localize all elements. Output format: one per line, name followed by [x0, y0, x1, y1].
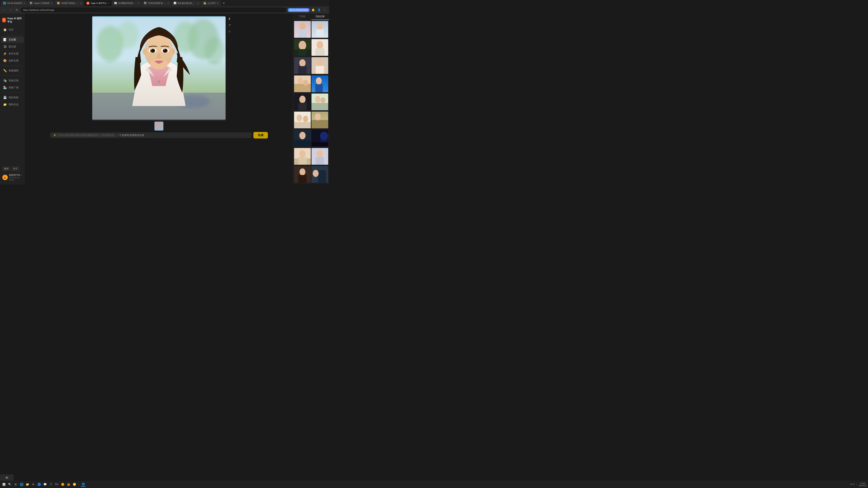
my-style-icon: 💾: [3, 96, 7, 99]
sidebar-label-my-style: 我的风格: [8, 96, 19, 99]
menu-button[interactable]: ⋮: [322, 7, 327, 12]
tab-history[interactable]: 历史记录: [311, 13, 329, 20]
prompt-input[interactable]: 一个奋穿职业西装的女孩: [117, 133, 249, 137]
gallery-item-3[interactable]: [294, 39, 311, 56]
gallery-item-8[interactable]: [311, 75, 328, 92]
notifications-button[interactable]: 🔔: [311, 7, 315, 12]
gallery-image-4: [311, 39, 328, 56]
sidebar-label-img2img: 图生图: [8, 45, 16, 48]
tab-close-zhishi[interactable]: ×: [138, 2, 139, 4]
gallery-item-2[interactable]: [311, 21, 328, 38]
sidebar-item-smart-edit[interactable]: ✏️ 智能编辑: [1, 67, 24, 74]
download-button[interactable]: ⬇: [227, 16, 232, 21]
tab-close-wetab[interactable]: ×: [24, 2, 25, 4]
svg-rect-63: [311, 120, 328, 128]
tab-favicon-vega: V: [87, 2, 89, 4]
svg-rect-50: [315, 84, 323, 92]
main-content: ⬇ ↗ ☆ ⚡ 一个你人坐在日野里,假冒上坐者去迪眼坐起来，一归于领任职日 一个…: [25, 13, 293, 184]
tutorials-button[interactable]: 教程: [2, 166, 10, 171]
svg-rect-55: [311, 103, 328, 110]
tab-metal[interactable]: 📊 韧金属金属交易_全球百料 ×: [171, 0, 201, 6]
sidebar-item-img2img[interactable]: 🖼 图生图: [1, 43, 24, 50]
sidebar-item-style-define[interactable]: 🎭 风格定制: [1, 77, 24, 84]
tab-ai[interactable]: 🎨 AI绘图不花钱也能生成1… ×: [55, 0, 84, 6]
tab-close-vega[interactable]: ×: [108, 2, 109, 4]
sidebar-item-home[interactable]: 🏠 首页: [1, 26, 24, 33]
svg-point-52: [299, 96, 306, 103]
sidebar-item-condition[interactable]: ⚡ 条件生图: [1, 51, 24, 57]
gallery-item-17[interactable]: [294, 166, 311, 183]
tab-close-ai[interactable]: ×: [81, 2, 82, 4]
svg-rect-78: [316, 157, 324, 164]
tab-label-baidu: VegaAI 百度搜索: [34, 2, 49, 5]
gallery-item-13[interactable]: [294, 130, 311, 147]
prompt-bar: ⚡ 一个你人坐在日野里,假冒上坐者去迪眼坐起来，一归于领任职日 一个奋穿职业西装…: [50, 132, 252, 138]
svg-point-57: [320, 97, 326, 103]
tab-label-baidu2: 百度资讯搜索:韧 金属 交易所…: [148, 2, 166, 5]
svg-point-64: [315, 113, 321, 120]
svg-point-33: [299, 41, 306, 50]
gallery-item-6[interactable]: [311, 57, 328, 74]
tab-baidu2[interactable]: 🔍 百度资讯搜索:韧 金属 交易所… ×: [142, 0, 171, 6]
sidebar-item-style-square[interactable]: 🏪 风格广场: [1, 84, 24, 91]
gallery-image-3: [294, 39, 311, 56]
sidebar-label-text2img: 文生图: [8, 38, 16, 41]
svg-point-49: [316, 77, 322, 84]
gallery-item-10[interactable]: [311, 94, 328, 110]
new-tab-button[interactable]: +: [221, 0, 226, 6]
vip-button[interactable]: 超好友体验超高级版: [288, 8, 310, 12]
about-button[interactable]: 关于: [11, 166, 20, 171]
gallery-item-9[interactable]: [294, 94, 311, 110]
gallery-item-16[interactable]: [311, 148, 328, 165]
tab-write[interactable]: ✍ 义山写作 ×: [201, 0, 221, 6]
back-button[interactable]: ‹: [2, 7, 7, 12]
tab-close-baidu2[interactable]: ×: [167, 2, 169, 4]
svg-point-21: [164, 49, 165, 50]
image-viewer: ⬇ ↗ ☆: [92, 16, 225, 120]
gallery-item-7[interactable]: [294, 75, 311, 92]
svg-point-26: [299, 22, 306, 30]
app-title: Vega AI 创作平台: [7, 17, 23, 24]
gallery-item-11[interactable]: [294, 111, 311, 128]
forward-button[interactable]: ›: [8, 7, 13, 12]
svg-rect-30: [316, 29, 323, 38]
tab-zhishi[interactable]: 📰 知识圈|深圳连接科技和创… ×: [112, 0, 141, 6]
thumbnail-1[interactable]: [154, 122, 163, 131]
sidebar-label-style: 染料生图: [8, 59, 19, 62]
svg-point-80: [300, 168, 305, 175]
account-button[interactable]: 👤: [316, 7, 321, 12]
svg-rect-45: [294, 84, 311, 92]
favorite-button[interactable]: ☆: [227, 29, 232, 34]
style-icon: 🎨: [3, 59, 7, 62]
gallery-item-15[interactable]: [294, 148, 311, 165]
gallery-item-12[interactable]: [311, 111, 328, 128]
tab-wetab[interactable]: 🌐 WeTab 新标签页 ×: [1, 0, 27, 6]
gallery-item-18[interactable]: [311, 166, 328, 183]
nav-bar: ‹ › ↻ https://rightbrain.art/text2Image …: [0, 6, 329, 13]
sidebar-item-text2img[interactable]: 📝 文生图: [1, 36, 24, 43]
gallery-item-4[interactable]: [311, 39, 328, 56]
gallery-item-14[interactable]: [311, 130, 328, 147]
user-profile[interactable]: 🚗 跑形的汽车 👑 2023-04-10 00:00: [0, 172, 25, 183]
tab-close-metal[interactable]: ×: [197, 2, 198, 4]
generate-button[interactable]: 生成: [253, 132, 268, 138]
tab-workspace[interactable]: 工作区: [293, 13, 311, 20]
gallery-image-12: [311, 111, 328, 128]
tab-close-write[interactable]: ×: [217, 2, 218, 4]
tab-baidu[interactable]: 🔍 VegaAI 百度搜索 ×: [28, 0, 54, 6]
svg-point-59: [297, 115, 302, 121]
sidebar-item-style[interactable]: 🎨 染料生图: [1, 57, 24, 64]
tab-close-baidu[interactable]: ×: [51, 2, 52, 4]
svg-rect-40: [298, 66, 307, 74]
gallery-image-10: [311, 94, 328, 110]
address-bar[interactable]: https://rightbrain.art/text2Image: [21, 7, 286, 12]
sidebar-item-my-style[interactable]: 💾 我的风格: [1, 94, 24, 101]
tab-vega[interactable]: V Vega AI 创作平台 ×: [84, 0, 111, 6]
prompt-hint: ⚡ 一个你人坐在日野里,假冒上坐者去迪眼坐起来，一归于领任职日: [52, 133, 116, 137]
expand-button[interactable]: ↗: [227, 23, 232, 28]
gallery-item-5[interactable]: [294, 57, 311, 74]
reload-button[interactable]: ↻: [14, 7, 20, 12]
sidebar-item-my-works[interactable]: 📁 我的作品: [1, 101, 24, 108]
gallery-item-1[interactable]: [294, 21, 311, 38]
tab-bar: 🌐 WeTab 新标签页 × 🔍 VegaAI 百度搜索 × 🎨 AI绘图不花钱…: [0, 0, 329, 6]
